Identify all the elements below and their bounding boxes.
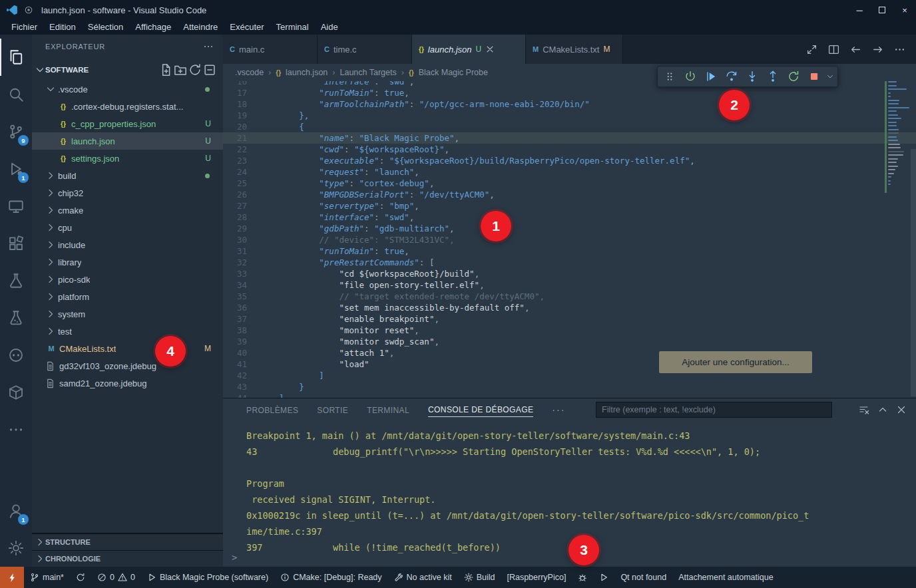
more-debug-actions-button[interactable] <box>825 67 835 86</box>
menu-item-atteindre[interactable]: Atteindre <box>177 20 224 35</box>
tree-item-build[interactable]: build <box>32 167 223 184</box>
activity-testing[interactable] <box>0 262 32 299</box>
close-icon[interactable] <box>896 404 907 415</box>
activity-run-and-debug[interactable]: 1 <box>0 150 32 188</box>
debug-filter-input[interactable] <box>596 402 832 418</box>
breadcrumb-item[interactable]: .vscode <box>235 68 264 77</box>
breadcrumb-item[interactable]: Black Magic Probe <box>419 68 488 77</box>
activity-extensions[interactable] <box>0 225 32 262</box>
activity-containers[interactable] <box>0 374 32 411</box>
open-changes-icon[interactable] <box>806 44 817 55</box>
more-actions-icon[interactable] <box>203 41 214 52</box>
tree-item-include[interactable]: include <box>32 236 223 253</box>
panel-tab-terminal[interactable]: TERMINAL <box>367 403 409 417</box>
status-problems-status[interactable]: 00 <box>91 567 141 588</box>
refresh-icon[interactable] <box>188 63 202 76</box>
tab-main-c[interactable]: Cmain.c <box>223 35 318 64</box>
close-button[interactable]: × <box>893 0 916 20</box>
status-qt-status[interactable]: Qt not found <box>614 567 672 588</box>
split-icon[interactable] <box>828 44 839 55</box>
status-cmake-kit[interactable]: No active kit <box>388 567 458 588</box>
step-into-button[interactable] <box>743 67 762 86</box>
tree-item-chip32[interactable]: chip32 <box>32 184 223 202</box>
tab-cmakelists-txt[interactable]: MCMakeLists.txtM <box>526 35 623 64</box>
more-icon[interactable] <box>894 44 905 55</box>
stop-button[interactable] <box>805 67 823 86</box>
tree-item-cmakelists-txt[interactable]: MCMakeLists.txtM <box>32 340 223 357</box>
menu-item-terminal[interactable]: Terminal <box>270 20 315 35</box>
sidebar-section-chronologie[interactable]: CHRONOLOGIE <box>32 550 223 567</box>
new-folder-icon[interactable] <box>174 63 187 76</box>
collapse-all-icon[interactable] <box>203 63 216 76</box>
tree-item-launch-json[interactable]: {}launch.jsonU <box>32 132 223 150</box>
menu-item-edition[interactable]: Edition <box>43 20 82 35</box>
menu-item-fichier[interactable]: Fichier <box>5 20 43 35</box>
panel-tab-probl-mes[interactable]: PROBLÈMES <box>246 403 298 417</box>
panel-tab-console-de-d-bogage[interactable]: CONSOLE DE DÉBOGAGE <box>428 402 533 417</box>
minimize-button[interactable]: ─ <box>848 0 871 20</box>
tree-item--cortex-debug-registers-stat-[interactable]: {}.cortex-debug.registers.stat... <box>32 98 223 115</box>
sidebar-section-structure[interactable]: STRUCTURE <box>32 533 223 550</box>
status-sync-status[interactable] <box>70 567 91 588</box>
status-remote-indicator[interactable] <box>0 567 24 588</box>
status-launch-config[interactable]: Black Magic Probe (software) <box>141 567 274 588</box>
code-editor[interactable]: 16 "interface": "swd",17 "runToMain": tr… <box>223 81 916 398</box>
arrow-right-icon[interactable] <box>872 44 883 55</box>
close-icon[interactable] <box>485 45 495 54</box>
activity-manage[interactable] <box>0 529 32 567</box>
activity-remote-explorer[interactable] <box>0 188 32 225</box>
chevron-right-icon <box>45 222 56 233</box>
tree-item-gd32vf103-ozone-jdebug[interactable]: gd32vf103_ozone.jdebug <box>32 357 223 374</box>
menu-item-aide[interactable]: Aide <box>315 20 344 35</box>
status-debug-target[interactable] <box>572 567 593 588</box>
step-out-button[interactable] <box>764 67 782 86</box>
tree-item--vscode[interactable]: .vscode <box>32 80 223 98</box>
restart-button[interactable] <box>784 67 803 86</box>
chevron-up-icon[interactable] <box>877 404 888 415</box>
tree-item-settings-json[interactable]: {}settings.jsonU <box>32 150 223 167</box>
clear-console-icon[interactable] <box>859 404 869 415</box>
status-auto-attach[interactable]: Attachement automatique <box>672 567 779 588</box>
panel-tab-sortie[interactable]: SORTIE <box>317 403 348 417</box>
minimap[interactable] <box>888 81 909 188</box>
tab-time-c[interactable]: Ctime.c <box>318 35 412 64</box>
tree-item-samd21-ozone-jdebug[interactable]: samd21_ozone.jdebug <box>32 374 223 392</box>
panel-more-icon[interactable]: ··· <box>552 404 565 415</box>
tree-item-platform[interactable]: platform <box>32 288 223 305</box>
editor-scrollbar[interactable] <box>911 149 916 396</box>
tree-item-system[interactable]: system <box>32 305 223 323</box>
arrow-left-icon[interactable] <box>850 44 861 55</box>
activity-platformio[interactable] <box>0 337 32 374</box>
breadcrumb-item[interactable]: Launch Targets <box>340 68 396 77</box>
activity-search[interactable] <box>0 76 32 113</box>
continue-button[interactable] <box>681 67 700 86</box>
new-file-icon[interactable] <box>159 63 172 76</box>
maximize-button[interactable] <box>871 0 893 20</box>
menu-item-affichage[interactable]: Affichage <box>129 20 177 35</box>
tree-item-cpu[interactable]: cpu <box>32 219 223 236</box>
tree-item-pico-sdk[interactable]: pico-sdk <box>32 271 223 288</box>
activity-source-control[interactable]: 9 <box>0 113 32 150</box>
activity-explorer[interactable] <box>0 39 32 76</box>
step-over-button[interactable] <box>722 67 741 86</box>
debug-console-prompt[interactable]: > <box>232 552 237 563</box>
status-cmake-status[interactable]: CMake: [Debug]: Ready <box>274 567 387 588</box>
add-configuration-button[interactable]: Ajouter une configuration... <box>659 351 812 373</box>
tree-item-test[interactable]: test <box>32 323 223 340</box>
menu-item-sélection[interactable]: Sélection <box>82 20 129 35</box>
status-cmake-build[interactable]: Build <box>458 567 501 588</box>
activity-more-views[interactable] <box>0 411 32 448</box>
status-run-target[interactable] <box>593 567 614 588</box>
tree-item-cmake[interactable]: cmake <box>32 202 223 219</box>
menu-item-exécuter[interactable]: Exécuter <box>224 20 270 35</box>
tab-launch-json[interactable]: {}launch.jsonU <box>412 35 526 64</box>
activity-accounts[interactable]: 1 <box>0 492 32 529</box>
pause-continue-button[interactable] <box>702 67 720 86</box>
status-cmake-target[interactable]: [RaspberryPico] <box>501 567 572 588</box>
breadcrumb-item[interactable]: launch.json <box>286 68 328 77</box>
status-git-branch-status[interactable]: main* <box>24 567 70 588</box>
explorer-section-software[interactable]: SOFTWARE <box>32 62 223 78</box>
tree-item-library[interactable]: library <box>32 253 223 271</box>
activity-tools-view[interactable] <box>0 299 32 337</box>
tree-item-c-cpp-properties-json[interactable]: {}c_cpp_properties.jsonU <box>32 115 223 132</box>
